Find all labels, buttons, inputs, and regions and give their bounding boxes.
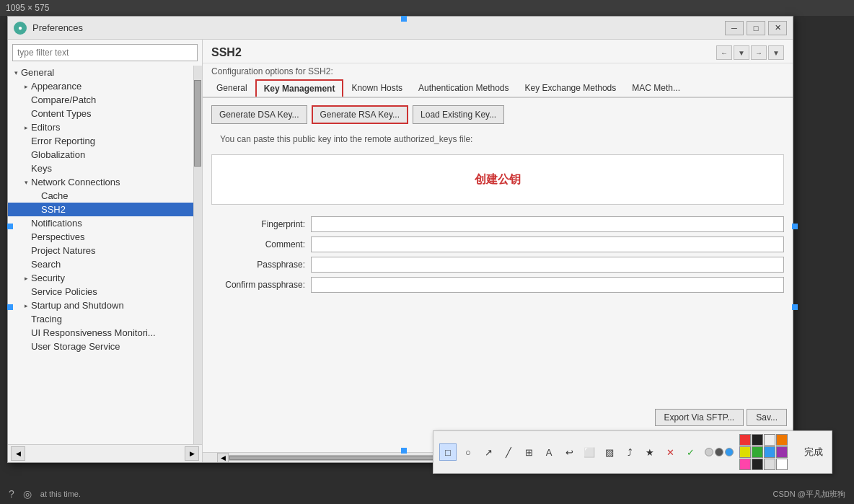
tab-mac-methods[interactable]: MAC Meth... <box>624 79 688 98</box>
fingerprint-input[interactable] <box>311 216 784 232</box>
cache-label: Cache <box>41 190 69 201</box>
sidebar-item-perspectives[interactable]: Perspectives <box>8 230 193 244</box>
dropdown-nav-btn[interactable]: ▼ <box>734 45 749 60</box>
sidebar-item-tracing[interactable]: Tracing <box>8 312 193 326</box>
resize-tool-btn[interactable]: ⊞ <box>520 443 537 461</box>
dot2[interactable] <box>715 448 723 456</box>
confirm-tool-btn[interactable]: ✓ <box>682 443 699 461</box>
sidebar-prev-btn[interactable]: ◀ <box>11 446 25 461</box>
tab-key-management[interactable]: Key Management <box>255 79 344 98</box>
dropdown2-nav-btn[interactable]: ▼ <box>768 45 784 60</box>
security-label: Security <box>31 273 65 283</box>
color-swatch-1[interactable] <box>752 434 763 446</box>
crop-tool-btn[interactable]: ▨ <box>601 443 618 461</box>
sidebar-scroll-thumb[interactable] <box>194 80 201 167</box>
generate-dsa-button[interactable]: Generate DSA Key... <box>211 105 307 124</box>
export-sftp-button[interactable]: Export Via SFTP... <box>655 409 744 426</box>
sidebar-item-cache[interactable]: Cache <box>8 189 193 203</box>
sidebar-item-appearance[interactable]: ▸Appearance <box>8 79 193 93</box>
anchor-left[interactable] <box>7 224 13 229</box>
anchor-top[interactable] <box>401 16 407 22</box>
color-swatch-8[interactable] <box>739 459 751 470</box>
startup-and-shutdown-arrow-icon: ▸ <box>21 301 31 311</box>
dot1[interactable] <box>705 448 713 456</box>
color-swatch-3[interactable] <box>776 434 788 446</box>
anchor-bottom[interactable] <box>401 448 407 454</box>
sidebar-item-keys[interactable]: Keys <box>8 162 193 175</box>
share-tool-btn[interactable]: ⤴ <box>621 443 638 461</box>
generate-rsa-button[interactable]: Generate RSA Key... <box>312 105 409 124</box>
arrow-tool-btn[interactable]: ↗ <box>480 443 497 461</box>
sidebar-item-service-policies[interactable]: Service Policies <box>8 285 193 299</box>
anchor-right2[interactable] <box>792 304 798 310</box>
rect-tool-btn[interactable]: □ <box>439 443 457 461</box>
sidebar-item-startup-and-shutdown[interactable]: ▸Startup and Shutdown <box>8 299 193 312</box>
sidebar-item-search[interactable]: Search <box>8 257 193 271</box>
line-tool-btn[interactable]: ╱ <box>500 443 517 461</box>
sidebar-item-error-reporting[interactable]: Error Reporting <box>8 134 193 148</box>
sidebar-item-project-natures[interactable]: Project Natures <box>8 244 193 257</box>
color-swatch-7[interactable] <box>776 446 788 458</box>
status-left: ? ◎ at this time. <box>9 488 81 500</box>
save-button[interactable]: Sav... <box>747 409 787 426</box>
sidebar-item-compare-patch[interactable]: Compare/Patch <box>8 93 193 107</box>
tab-known-hosts[interactable]: Known Hosts <box>343 79 410 98</box>
forward-nav-btn[interactable]: → <box>751 45 767 60</box>
color-swatch-5[interactable] <box>752 446 763 458</box>
notifications-label: Notifications <box>31 218 82 229</box>
color-swatch-2[interactable] <box>764 434 775 446</box>
filter-input[interactable] <box>12 44 198 61</box>
sidebar-item-content-types[interactable]: Content Types <box>8 107 193 120</box>
sidebar-item-ssh2[interactable]: SSH2 <box>8 203 193 216</box>
search-label: Search <box>31 259 61 270</box>
color-palette <box>739 434 798 470</box>
dot3[interactable] <box>725 448 734 456</box>
tab-general[interactable]: General <box>208 79 255 98</box>
sidebar-item-user-storage[interactable]: User Storage Service <box>8 340 193 353</box>
color-swatch-11[interactable] <box>776 459 788 470</box>
sidebar-item-editors[interactable]: ▸Editors <box>8 120 193 134</box>
sidebar-item-security[interactable]: ▸Security <box>8 271 193 285</box>
sidebar-item-notifications[interactable]: Notifications <box>8 216 193 230</box>
security-arrow-icon: ▸ <box>21 273 31 283</box>
color-swatch-4[interactable] <box>739 446 751 458</box>
help-icon[interactable]: ? <box>9 488 14 500</box>
passphrase-input[interactable] <box>311 257 784 273</box>
general-arrow-icon: ▾ <box>11 68 21 78</box>
tab-key-exchange-methods[interactable]: Key Exchange Methods <box>517 79 625 98</box>
copy-tool-btn[interactable]: ⬜ <box>581 443 598 461</box>
sidebar-item-ui-responsiveness[interactable]: UI Responsiveness Monitori... <box>8 326 193 340</box>
comment-input[interactable] <box>311 236 784 252</box>
maximize-button[interactable]: □ <box>747 21 765 35</box>
form-fields: Fingerprint:Comment:Passphrase:Confirm p… <box>211 212 784 293</box>
anchor-right[interactable] <box>792 224 798 229</box>
ellipse-tool-btn[interactable]: ○ <box>459 443 477 461</box>
sidebar-scrollbar[interactable] <box>193 66 202 444</box>
network-connections-arrow-icon: ▾ <box>21 177 31 187</box>
sidebar-item-globalization[interactable]: Globalization <box>8 148 193 162</box>
text-tool-btn[interactable]: A <box>540 443 558 461</box>
sidebar-item-general[interactable]: ▾General <box>8 66 193 79</box>
color-swatch-0[interactable] <box>739 434 751 446</box>
sidebar-next-btn[interactable]: ▶ <box>185 446 199 461</box>
load-existing-button[interactable]: Load Existing Key... <box>413 105 504 124</box>
close-button[interactable]: ✕ <box>768 21 787 35</box>
appearance-label: Appearance <box>31 81 82 92</box>
settings-icon[interactable]: ◎ <box>23 488 32 500</box>
undo-tool-btn[interactable]: ↩ <box>560 443 578 461</box>
anchor-left2[interactable] <box>7 304 13 310</box>
scroll-left-arrow[interactable]: ◀ <box>217 453 229 463</box>
star-tool-btn[interactable]: ★ <box>641 443 659 461</box>
delete-tool-btn[interactable]: ✕ <box>661 443 679 461</box>
confirm-passphrase-input[interactable] <box>311 277 784 293</box>
color-swatch-6[interactable] <box>764 446 775 458</box>
content-types-arrow-icon <box>21 109 31 119</box>
color-swatch-10[interactable] <box>764 459 775 470</box>
minimize-button[interactable]: ─ <box>725 21 744 35</box>
sidebar-item-network-connections[interactable]: ▾Network Connections <box>8 175 193 189</box>
tab-authentication-methods[interactable]: Authentication Methods <box>410 79 516 98</box>
done-button[interactable]: 完成 <box>801 446 826 459</box>
back-nav-btn[interactable]: ← <box>716 45 732 60</box>
ssh2-arrow-icon <box>31 205 41 215</box>
color-swatch-9[interactable] <box>752 459 763 470</box>
